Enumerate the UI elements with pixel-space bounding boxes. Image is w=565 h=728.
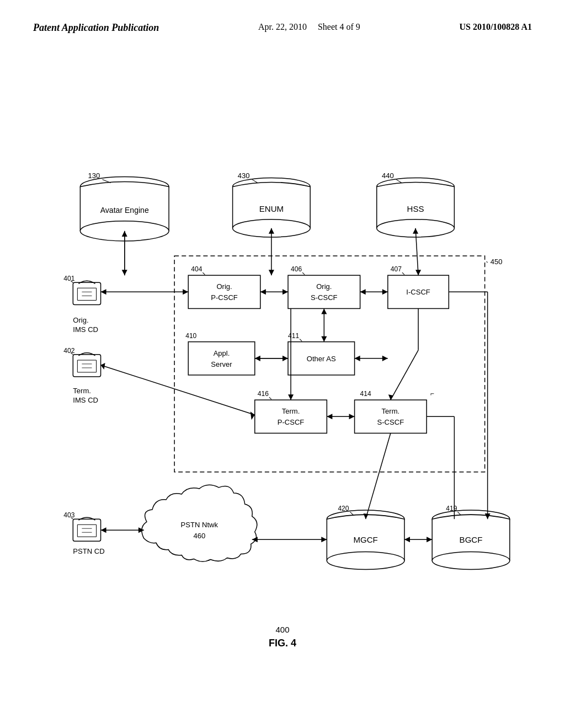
header-date-sheet: Apr. 22, 2010 Sheet 4 of 9 xyxy=(258,22,360,32)
svg-marker-81 xyxy=(355,356,360,361)
page: Patent Application Publication Apr. 22, … xyxy=(0,0,565,728)
hss-label: HSS xyxy=(407,204,424,213)
avatar-engine-label: Avatar Engine xyxy=(100,206,149,215)
header: Patent Application Publication Apr. 22, … xyxy=(0,0,565,45)
figure-number: 400 xyxy=(275,625,289,634)
svg-marker-82 xyxy=(382,356,388,361)
svg-point-32 xyxy=(432,552,510,569)
svg-marker-78 xyxy=(255,356,260,361)
term-scscf-label1: Term. xyxy=(382,407,400,415)
svg-rect-22 xyxy=(355,400,427,433)
svg-marker-65 xyxy=(101,289,106,295)
bgcf-label: BGCF xyxy=(460,535,483,544)
orig-ims-cd-label1: Orig. xyxy=(73,316,88,324)
orig-pcscf-label1: Orig. xyxy=(216,282,232,291)
svg-marker-90 xyxy=(250,411,255,420)
svg-marker-68 xyxy=(260,289,266,295)
svg-rect-17 xyxy=(288,275,360,308)
svg-line-86 xyxy=(391,350,418,400)
icscf-id: 407 xyxy=(391,265,402,273)
svg-marker-71 xyxy=(360,289,366,295)
pstn-ntwk-label: PSTN Ntwk xyxy=(181,521,218,529)
icscf-label: I-CSCF xyxy=(406,288,430,296)
svg-marker-93 xyxy=(349,414,355,419)
box-450-id: 450 xyxy=(491,258,503,266)
svg-marker-108 xyxy=(101,527,106,533)
term-pcscf-label2: P-CSCF xyxy=(278,418,305,426)
mgcf-label: MGCF xyxy=(354,535,378,544)
other-as-id: 411 xyxy=(288,332,299,340)
enum-label: ENUM xyxy=(259,204,284,213)
term-pcscf-id: 416 xyxy=(258,390,269,398)
svg-rect-16 xyxy=(188,275,260,308)
pstn-cd-label: PSTN CD xyxy=(73,547,104,555)
enum-id: 430 xyxy=(238,172,250,180)
svg-marker-63 xyxy=(415,270,421,275)
orig-scscf-label2: S-CSCF xyxy=(311,293,338,302)
hss-id: 440 xyxy=(382,172,394,180)
svg-marker-72 xyxy=(382,289,388,295)
svg-marker-76 xyxy=(321,336,327,342)
term-scscf-label2: S-CSCF xyxy=(377,418,404,426)
pstn-ntwk-id: 460 xyxy=(193,532,205,540)
term-scscf-id: 414 xyxy=(360,390,371,398)
orig-ims-cd-label2: IMS CD xyxy=(73,325,98,334)
appl-server-label2: Server xyxy=(211,360,232,368)
svg-marker-102 xyxy=(427,537,432,542)
header-publication-label: Patent Application Publication xyxy=(33,22,159,34)
figure-title: FIG. 4 xyxy=(269,638,296,649)
orig-ims-cd-id: 401 xyxy=(63,275,74,282)
svg-line-99 xyxy=(366,433,391,519)
svg-marker-69 xyxy=(282,289,288,295)
other-as-label: Other AS xyxy=(307,355,336,363)
patent-diagram: Avatar Engine 130 ENUM 430 HSS 440 xyxy=(33,77,532,673)
diagram-area: Avatar Engine 130 ENUM 430 HSS 440 xyxy=(33,77,532,673)
term-pcscf-label1: Term. xyxy=(282,407,300,415)
term-ims-cd-id: 402 xyxy=(63,347,74,355)
orig-scscf-label1: Orig. xyxy=(316,282,332,291)
header-date: Apr. 22, 2010 xyxy=(258,22,307,31)
orig-pcscf-id: 404 xyxy=(191,265,202,273)
bgcf-id: 419 xyxy=(446,505,457,512)
svg-marker-66 xyxy=(183,289,188,295)
svg-marker-60 xyxy=(269,270,274,275)
svg-rect-21 xyxy=(255,400,327,433)
header-patent-number: US 2010/100828 A1 xyxy=(459,22,532,32)
appl-server-label1: Appl. xyxy=(214,349,230,357)
svg-rect-19 xyxy=(188,342,255,375)
svg-marker-84 xyxy=(288,394,294,400)
avatar-engine-id: 130 xyxy=(88,172,100,180)
svg-marker-79 xyxy=(282,356,288,361)
header-sheet: Sheet 4 of 9 xyxy=(318,22,360,31)
term-ims-cd-label2: IMS CD xyxy=(73,396,98,404)
orig-scscf-id: 406 xyxy=(291,265,302,273)
svg-marker-89 xyxy=(101,363,105,370)
mgcf-id: 420 xyxy=(338,505,349,512)
pstn-cd-id: 403 xyxy=(63,511,74,519)
svg-point-27 xyxy=(327,552,404,569)
term-scscf-id2: ⌐ xyxy=(430,390,434,398)
svg-marker-87 xyxy=(388,394,393,400)
appl-server-id: 410 xyxy=(185,332,196,340)
orig-pcscf-label2: P-CSCF xyxy=(211,293,238,302)
svg-marker-75 xyxy=(321,308,327,314)
svg-marker-103 xyxy=(404,537,410,542)
svg-marker-57 xyxy=(122,270,127,275)
term-ims-cd-label1: Term. xyxy=(73,387,91,395)
svg-marker-92 xyxy=(327,414,332,419)
svg-marker-105 xyxy=(321,537,327,542)
